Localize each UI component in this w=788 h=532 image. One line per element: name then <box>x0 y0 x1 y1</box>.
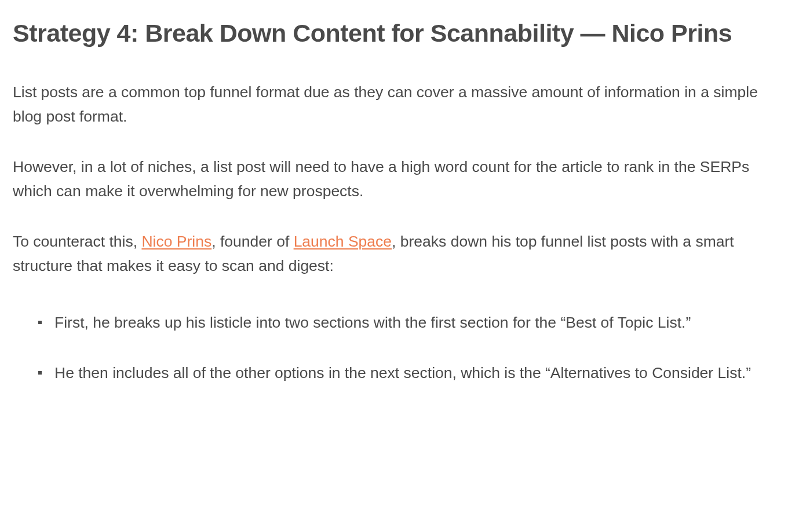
paragraph-1: List posts are a common top funnel forma… <box>13 80 775 129</box>
paragraph-3-text-2: , founder of <box>211 233 293 250</box>
bullet-list: First, he breaks up his listicle into tw… <box>13 310 775 385</box>
list-item: First, he breaks up his listicle into tw… <box>46 310 775 335</box>
link-launch-space[interactable]: Launch Space <box>294 233 392 250</box>
paragraph-2: However, in a lot of niches, a list post… <box>13 155 775 204</box>
paragraph-3-text-1: To counteract this, <box>13 233 141 250</box>
section-heading: Strategy 4: Break Down Content for Scann… <box>13 16 775 50</box>
list-item: He then includes all of the other option… <box>46 361 775 385</box>
link-nico-prins[interactable]: Nico Prins <box>141 233 211 250</box>
paragraph-3: To counteract this, Nico Prins, founder … <box>13 229 775 278</box>
